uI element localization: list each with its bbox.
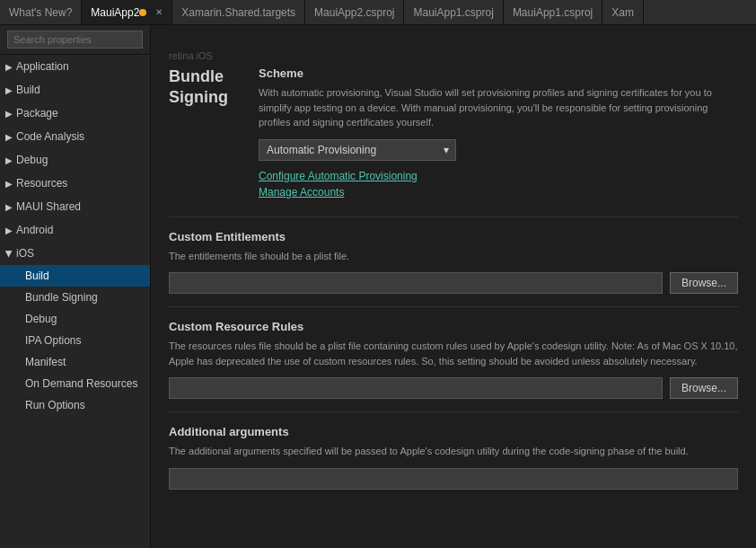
- search-box: [0, 25, 150, 55]
- custom-resource-rules-block: Custom Resource Rules The resources rule…: [169, 320, 738, 399]
- sidebar-item-package-label: Package: [16, 107, 58, 119]
- additional-arguments-block: Additional arguments The additional argu…: [169, 425, 738, 490]
- sidebar-subitem-ios-manifest[interactable]: Manifest: [0, 351, 150, 373]
- divider-2: [169, 306, 738, 307]
- tab-maui-app1-csproj2-label: MauiApp1.csproj: [513, 6, 593, 19]
- chevron-right-icon: ▶: [5, 202, 13, 212]
- custom-entitlements-description: The entitlements file should be a plist …: [169, 249, 738, 264]
- chevron-right-icon: ▶: [5, 225, 13, 235]
- additional-arguments-field-row: [169, 468, 738, 490]
- sidebar-subitem-ios-debug-label: Debug: [25, 313, 57, 325]
- tab-maui-app2[interactable]: MauiApp2 ✕: [82, 0, 172, 24]
- sidebar-subitem-ios-build[interactable]: Build: [0, 265, 150, 287]
- divider-3: [169, 411, 738, 412]
- sidebar-item-android[interactable]: ▶ Android: [0, 218, 150, 242]
- search-input[interactable]: [7, 31, 143, 49]
- sidebar-subitem-ios-on-demand-label: On Demand Resources: [25, 377, 137, 390]
- sidebar-subitem-ios-debug[interactable]: Debug: [0, 308, 150, 330]
- sidebar-subitem-ios-ipa-options[interactable]: IPA Options: [0, 330, 150, 351]
- sidebar-item-code-analysis-label: Code Analysis: [16, 130, 84, 143]
- chevron-right-icon: ▶: [5, 132, 13, 142]
- scheme-title: Scheme: [259, 66, 738, 80]
- dropdown-wrapper: Automatic Provisioning Manual Provisioni…: [259, 139, 456, 161]
- tab-xam[interactable]: Xam: [602, 0, 644, 24]
- tab-maui-app2-label: MauiApp2: [91, 6, 139, 19]
- custom-resource-rules-field-row: Browse...: [169, 377, 738, 399]
- chevron-right-icon: ▶: [5, 179, 13, 189]
- scheme-description: With automatic provisioning, Visual Stud…: [259, 85, 738, 130]
- tab-whats-new[interactable]: What's New?: [0, 0, 82, 24]
- scroll-stub: retina iOS: [169, 34, 738, 61]
- sidebar-item-application-label: Application: [16, 60, 69, 73]
- chevron-right-icon: ▶: [5, 85, 13, 95]
- sidebar-item-ios[interactable]: ▶ iOS: [0, 242, 150, 265]
- main-layout: ▶ Application ▶ Build ▶ Package ▶ Code A…: [0, 25, 756, 548]
- scheme-dropdown-row: Automatic Provisioning Manual Provisioni…: [259, 139, 738, 161]
- tab-bar: What's New? MauiApp2 ✕ Xamarin.Shared.ta…: [0, 0, 756, 25]
- sidebar-item-maui-shared[interactable]: ▶ MAUI Shared: [0, 195, 150, 218]
- sidebar-item-build-label: Build: [16, 84, 40, 96]
- tab-whats-new-label: What's New?: [9, 6, 72, 19]
- sidebar-subitem-ios-run-options-label: Run Options: [25, 399, 85, 411]
- custom-entitlements-block: Custom Entitlements The entitlements fil…: [169, 230, 738, 295]
- chevron-down-icon: ▶: [4, 250, 14, 257]
- sidebar-item-debug[interactable]: ▶ Debug: [0, 148, 150, 172]
- sidebar-item-debug-label: Debug: [16, 154, 48, 166]
- additional-arguments-description: The additional arguments specified will …: [169, 444, 738, 459]
- content-area: retina iOS BundleSigning Scheme With aut…: [151, 25, 756, 548]
- custom-resource-rules-description: The resources rules file should be a pli…: [169, 339, 738, 368]
- chevron-right-icon: ▶: [5, 109, 13, 119]
- sidebar-item-resources-label: Resources: [16, 177, 67, 190]
- sidebar-subitem-ios-run-options[interactable]: Run Options: [0, 394, 150, 416]
- chevron-right-icon: ▶: [5, 155, 13, 165]
- configure-automatic-link[interactable]: Configure Automatic Provisioning: [259, 170, 738, 182]
- sidebar-subitem-ios-ipa-options-label: IPA Options: [25, 334, 81, 347]
- custom-resource-rules-input[interactable]: [169, 377, 663, 399]
- bundle-signing-header: BundleSigning Scheme With automatic prov…: [169, 66, 738, 202]
- tab-xamarin-shared-label: Xamarin.Shared.targets: [181, 6, 295, 19]
- sidebar-subitem-ios-bundle-signing[interactable]: Bundle Signing: [0, 287, 150, 308]
- content-inner: retina iOS BundleSigning Scheme With aut…: [151, 25, 756, 508]
- sidebar-item-code-analysis[interactable]: ▶ Code Analysis: [0, 125, 150, 148]
- custom-entitlements-input[interactable]: [169, 272, 663, 294]
- scheme-dropdown[interactable]: Automatic Provisioning Manual Provisioni…: [259, 139, 456, 161]
- tab-maui-app1-csproj2[interactable]: MauiApp1.csproj: [504, 0, 602, 24]
- tab-close-button[interactable]: ✕: [155, 7, 163, 17]
- scheme-block: Scheme With automatic provisioning, Visu…: [259, 66, 738, 202]
- custom-entitlements-title: Custom Entitlements: [169, 230, 738, 243]
- custom-resource-rules-browse-button[interactable]: Browse...: [670, 377, 738, 399]
- sidebar-item-build[interactable]: ▶ Build: [0, 78, 150, 102]
- sidebar-item-resources[interactable]: ▶ Resources: [0, 172, 150, 195]
- sidebar-item-application[interactable]: ▶ Application: [0, 55, 150, 78]
- tab-modified-indicator: [139, 9, 146, 16]
- additional-arguments-input[interactable]: [169, 468, 738, 490]
- sidebar-subitem-ios-bundle-signing-label: Bundle Signing: [25, 291, 98, 304]
- tab-xamarin-shared[interactable]: Xamarin.Shared.targets: [172, 0, 305, 24]
- tab-maui-app1-csproj1[interactable]: MauiApp1.csproj: [404, 0, 503, 24]
- sidebar-subitem-ios-build-label: Build: [25, 270, 49, 282]
- additional-arguments-title: Additional arguments: [169, 425, 738, 438]
- sidebar-item-ios-label: iOS: [16, 247, 34, 260]
- sidebar-subitem-ios-on-demand[interactable]: On Demand Resources: [0, 373, 150, 394]
- sidebar-item-package[interactable]: ▶ Package: [0, 102, 150, 125]
- tab-maui-app1-csproj1-label: MauiApp1.csproj: [413, 6, 493, 19]
- custom-entitlements-field-row: Browse...: [169, 272, 738, 294]
- sidebar-item-android-label: Android: [16, 224, 53, 236]
- chevron-right-icon: ▶: [5, 62, 13, 72]
- manage-accounts-link[interactable]: Manage Accounts: [259, 186, 738, 199]
- sidebar-subitem-ios-manifest-label: Manifest: [25, 356, 66, 368]
- custom-entitlements-browse-button[interactable]: Browse...: [670, 272, 738, 294]
- divider-1: [169, 217, 738, 217]
- section-title: BundleSigning: [169, 66, 241, 109]
- sidebar-item-maui-shared-label: MAUI Shared: [16, 200, 81, 213]
- tab-maui-app2-csproj[interactable]: MauiApp2.csproj: [305, 0, 404, 24]
- scroll-stub-label: retina iOS: [169, 50, 213, 61]
- tab-maui-app2-csproj-label: MauiApp2.csproj: [314, 6, 394, 19]
- custom-resource-rules-title: Custom Resource Rules: [169, 320, 738, 333]
- tab-xam-label: Xam: [611, 6, 634, 19]
- sidebar: ▶ Application ▶ Build ▶ Package ▶ Code A…: [0, 25, 151, 548]
